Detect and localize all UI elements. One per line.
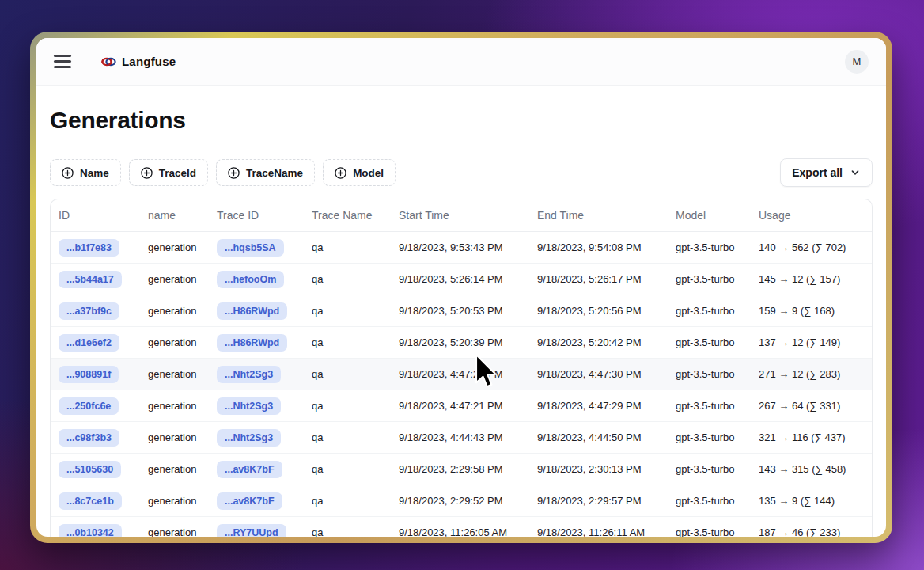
- cell-trace_id: ...RY7UUpd: [217, 524, 312, 538]
- column-header-start_time: Start Time: [399, 209, 537, 222]
- trace_id-badge[interactable]: ...H86RWpd: [217, 302, 287, 320]
- cell-name: generation: [148, 526, 217, 537]
- trace_id-badge[interactable]: ...hqsb5SA: [217, 239, 284, 256]
- brand[interactable]: Langfuse: [101, 55, 176, 68]
- filter-chip-label: TraceName: [246, 167, 303, 179]
- cell-name: generation: [148, 305, 217, 317]
- chevron-down-icon: [850, 167, 861, 178]
- filter-chip-label: Model: [353, 167, 384, 179]
- cell-trace_name: qa: [312, 431, 399, 443]
- table-row[interactable]: ...5105630generation...av8K7bFqa9/18/202…: [51, 454, 872, 485]
- trace_id-badge[interactable]: ...av8K7bF: [217, 461, 282, 478]
- id-badge[interactable]: ...d1e6ef2: [59, 334, 119, 352]
- trace_id-badge[interactable]: ...hefooOm: [217, 271, 284, 288]
- menu-hamburger-icon[interactable]: [54, 55, 71, 67]
- cell-start_time: 9/18/2023, 5:26:14 PM: [399, 273, 537, 285]
- trace_id-badge[interactable]: ...RY7UUpd: [217, 524, 286, 538]
- export-all-button[interactable]: Export all: [780, 158, 873, 187]
- filter-chip-label: Name: [80, 167, 109, 179]
- table-body: ...b1f7e83generation...hqsb5SAqa9/18/202…: [51, 232, 872, 537]
- id-badge[interactable]: ...0b10342: [59, 524, 122, 538]
- id-badge[interactable]: ...5b44a17: [59, 271, 122, 288]
- cell-id: ...0b10342: [59, 524, 148, 538]
- cell-name: generation: [148, 463, 217, 475]
- cell-end_time: 9/18/2023, 2:29:57 PM: [537, 495, 676, 507]
- cell-trace_name: qa: [312, 305, 399, 317]
- filter-chips-container: Name TraceId TraceName Model: [50, 159, 396, 186]
- cell-start_time: 9/18/2023, 4:47:22 PM: [399, 368, 537, 380]
- cell-trace_id: ...hqsb5SA: [217, 239, 312, 256]
- cell-start_time: 9/18/2023, 4:44:43 PM: [399, 431, 537, 443]
- plus-circle-icon: [228, 167, 240, 179]
- cell-id: ...5b44a17: [59, 271, 148, 288]
- trace_id-badge[interactable]: ...av8K7bF: [217, 492, 282, 510]
- cell-model: gpt-3.5-turbo: [676, 241, 759, 253]
- column-header-id: ID: [59, 209, 148, 222]
- trace_id-badge[interactable]: ...H86RWpd: [217, 334, 287, 352]
- table-row[interactable]: ...d1e6ef2generation...H86RWpdqa9/18/202…: [51, 327, 872, 359]
- cell-start_time: 9/18/2023, 2:29:52 PM: [399, 495, 537, 507]
- table-row[interactable]: ...0b10342generation...RY7UUpdqa9/18/202…: [51, 517, 872, 537]
- cell-model: gpt-3.5-turbo: [676, 431, 759, 443]
- id-badge[interactable]: ...b1f7e83: [59, 239, 119, 256]
- filter-chip-tracename[interactable]: TraceName: [216, 159, 315, 186]
- page-title: Generations: [50, 107, 873, 134]
- cell-trace_name: qa: [312, 241, 399, 253]
- filter-chip-traceid[interactable]: TraceId: [129, 159, 208, 186]
- filter-toolbar: Name TraceId TraceName Model: [50, 158, 873, 187]
- cell-trace_id: ...hefooOm: [217, 271, 312, 288]
- cell-end_time: 9/18/2023, 9:54:08 PM: [537, 241, 676, 253]
- cell-start_time: 9/18/2023, 5:20:39 PM: [399, 336, 537, 348]
- id-badge[interactable]: ...c98f3b3: [59, 429, 119, 446]
- cell-start_time: 9/18/2023, 4:47:21 PM: [399, 400, 537, 412]
- table-row[interactable]: ...a37bf9cgeneration...H86RWpdqa9/18/202…: [51, 295, 872, 327]
- cell-end_time: 9/18/2023, 5:26:17 PM: [537, 273, 676, 285]
- id-badge[interactable]: ...250fc6e: [59, 397, 119, 415]
- cell-start_time: 9/18/2023, 11:26:05 AM: [399, 526, 537, 537]
- column-header-end_time: End Time: [537, 209, 676, 222]
- column-header-model: Model: [676, 209, 759, 222]
- cell-id: ...a37bf9c: [59, 302, 148, 320]
- filter-chip-name[interactable]: Name: [50, 159, 121, 186]
- cell-end_time: 9/18/2023, 5:20:42 PM: [537, 336, 676, 348]
- cell-model: gpt-3.5-turbo: [676, 400, 759, 412]
- top-navigation-bar: Langfuse M: [36, 38, 886, 86]
- cell-id: ...b1f7e83: [59, 239, 148, 256]
- cell-trace_name: qa: [312, 495, 399, 507]
- id-badge[interactable]: ...a37bf9c: [59, 302, 119, 320]
- cell-trace_name: qa: [312, 526, 399, 537]
- user-avatar[interactable]: M: [845, 50, 869, 74]
- table-row[interactable]: ...c98f3b3generation...Nht2Sg3qa9/18/202…: [51, 422, 872, 454]
- cell-usage: 159 → 9 (∑ 168): [759, 305, 864, 317]
- cell-model: gpt-3.5-turbo: [676, 463, 759, 475]
- trace_id-badge[interactable]: ...Nht2Sg3: [217, 366, 281, 383]
- brand-title: Langfuse: [122, 55, 176, 68]
- cell-trace_id: ...H86RWpd: [217, 334, 312, 352]
- table-row[interactable]: ...5b44a17generation...hefooOmqa9/18/202…: [51, 264, 872, 295]
- table-row[interactable]: ...8c7ce1bgeneration...av8K7bFqa9/18/202…: [51, 485, 872, 517]
- cell-trace_name: qa: [312, 273, 399, 285]
- cell-id: ...8c7ce1b: [59, 492, 148, 510]
- cell-end_time: 9/18/2023, 2:30:13 PM: [537, 463, 676, 475]
- table-row[interactable]: ...908891fgeneration...Nht2Sg3qa9/18/202…: [51, 359, 872, 390]
- cell-trace_id: ...av8K7bF: [217, 461, 312, 478]
- cell-model: gpt-3.5-turbo: [676, 305, 759, 317]
- id-badge[interactable]: ...5105630: [59, 461, 121, 478]
- cell-usage: 271 → 12 (∑ 283): [759, 368, 864, 380]
- cell-name: generation: [148, 400, 217, 412]
- cell-end_time: 9/18/2023, 11:26:11 AM: [537, 526, 676, 537]
- cell-end_time: 9/18/2023, 4:47:29 PM: [537, 400, 676, 412]
- trace_id-badge[interactable]: ...Nht2Sg3: [217, 397, 281, 415]
- filter-chip-model[interactable]: Model: [323, 159, 396, 186]
- column-header-usage: Usage: [759, 209, 864, 222]
- id-badge[interactable]: ...8c7ce1b: [59, 492, 122, 510]
- cell-usage: 267 → 64 (∑ 331): [759, 400, 864, 412]
- trace_id-badge[interactable]: ...Nht2Sg3: [217, 429, 281, 446]
- table-row[interactable]: ...250fc6egeneration...Nht2Sg3qa9/18/202…: [51, 390, 872, 422]
- cell-id: ...5105630: [59, 461, 148, 478]
- table-row[interactable]: ...b1f7e83generation...hqsb5SAqa9/18/202…: [51, 232, 872, 264]
- cell-usage: 187 → 46 (∑ 233): [759, 526, 864, 537]
- id-badge[interactable]: ...908891f: [59, 366, 119, 383]
- plus-circle-icon: [62, 167, 74, 179]
- cell-name: generation: [148, 495, 217, 507]
